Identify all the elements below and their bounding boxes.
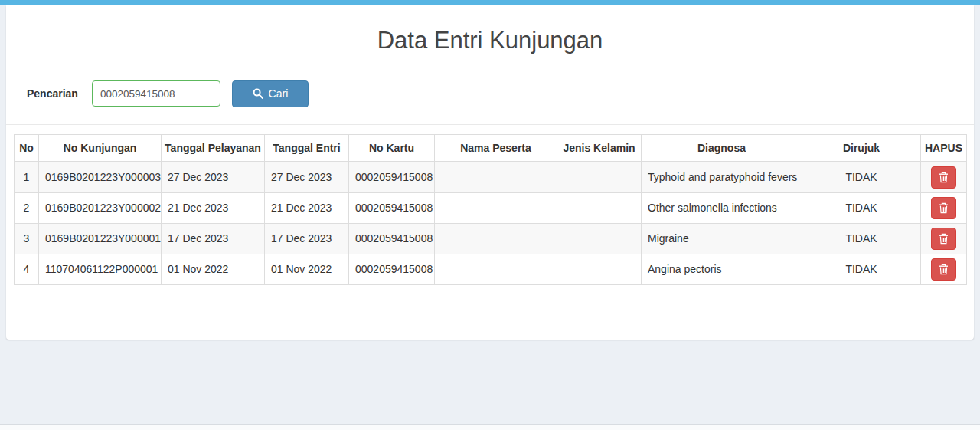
trash-icon <box>939 264 949 275</box>
top-accent-bar <box>0 0 980 5</box>
content-panel: Data Entri Kunjungan Pencarian Cari <box>6 5 974 340</box>
cell-dirujuk: TIDAK <box>802 192 921 223</box>
cell-tanggal-entri: 01 Nov 2022 <box>265 254 349 284</box>
table-row: 3 0169B0201223Y000001 17 Dec 2023 17 Dec… <box>15 223 967 254</box>
cell-no: 4 <box>15 254 39 284</box>
cell-no-kunjungan: 110704061122P000001 <box>39 254 162 284</box>
cell-tanggal-pelayanan: 01 Nov 2022 <box>162 254 265 284</box>
delete-button[interactable] <box>931 197 956 219</box>
cell-hapus <box>921 162 967 193</box>
cell-hapus <box>921 223 967 254</box>
cell-tanggal-pelayanan: 17 Dec 2023 <box>162 223 265 254</box>
column-header-tanggal-pelayanan: Tanggal Pelayanan <box>162 134 265 162</box>
search-input[interactable] <box>92 80 220 107</box>
table-container: No No Kunjungan Tanggal Pelayanan Tangga… <box>6 134 974 285</box>
cell-dirujuk: TIDAK <box>802 162 921 193</box>
section-divider <box>6 124 974 125</box>
cell-nama-peserta <box>435 162 557 193</box>
search-icon <box>253 88 263 99</box>
cell-nama-peserta <box>435 254 557 284</box>
cell-jenis-kelamin <box>557 254 642 284</box>
cell-no: 2 <box>15 192 39 223</box>
cell-tanggal-pelayanan: 21 Dec 2023 <box>162 192 265 223</box>
search-label: Pencarian <box>27 87 78 100</box>
cell-jenis-kelamin <box>557 223 642 254</box>
table-header-row: No No Kunjungan Tanggal Pelayanan Tangga… <box>15 134 967 162</box>
footer-bar <box>0 424 980 430</box>
cell-tanggal-entri: 27 Dec 2023 <box>265 162 349 193</box>
cell-tanggal-entri: 17 Dec 2023 <box>265 223 349 254</box>
table-row: 4 110704061122P000001 01 Nov 2022 01 Nov… <box>15 254 967 284</box>
page-title: Data Entri Kunjungan <box>6 5 974 54</box>
cell-dirujuk: TIDAK <box>802 223 921 254</box>
cell-diagnosa: Other salmonella infections <box>642 192 802 223</box>
delete-button[interactable] <box>931 166 956 189</box>
cell-no-kunjungan: 0169B0201223Y000003 <box>39 162 162 193</box>
cell-no-kartu: 0002059415008 <box>349 254 435 284</box>
cell-hapus <box>921 254 967 284</box>
cell-no: 3 <box>15 223 39 254</box>
cell-diagnosa: Typhoid and paratyphoid fevers <box>642 162 802 193</box>
column-header-no-kartu: No Kartu <box>349 134 435 162</box>
search-row: Pencarian Cari <box>27 80 974 107</box>
cell-no-kunjungan: 0169B0201223Y000001 <box>39 223 162 254</box>
column-header-no-kunjungan: No Kunjungan <box>39 134 162 162</box>
cell-dirujuk: TIDAK <box>802 254 921 284</box>
cell-tanggal-entri: 21 Dec 2023 <box>265 192 349 223</box>
cell-no-kartu: 0002059415008 <box>349 223 435 254</box>
column-header-jenis-kelamin: Jenis Kelamin <box>557 134 642 162</box>
cell-hapus <box>921 192 967 223</box>
cell-jenis-kelamin <box>557 192 642 223</box>
cell-no-kunjungan: 0169B0201223Y000002 <box>39 192 162 223</box>
column-header-dirujuk: Dirujuk <box>802 134 921 162</box>
cell-no: 1 <box>15 162 39 193</box>
visits-table: No No Kunjungan Tanggal Pelayanan Tangga… <box>14 134 967 285</box>
cell-diagnosa: Migraine <box>642 223 802 254</box>
table-row: 1 0169B0201223Y000003 27 Dec 2023 27 Dec… <box>15 162 967 193</box>
cell-jenis-kelamin <box>557 162 642 193</box>
delete-button[interactable] <box>931 228 956 250</box>
trash-icon <box>939 202 949 214</box>
column-header-tanggal-entri: Tanggal Entri <box>265 134 349 162</box>
cell-tanggal-pelayanan: 27 Dec 2023 <box>162 162 265 193</box>
cell-no-kartu: 0002059415008 <box>349 192 435 223</box>
search-button-label: Cari <box>269 87 289 100</box>
column-header-hapus: HAPUS <box>921 134 967 162</box>
column-header-nama-peserta: Nama Peserta <box>435 134 557 162</box>
trash-icon <box>939 233 949 245</box>
column-header-no: No <box>15 134 39 162</box>
column-header-diagnosa: Diagnosa <box>642 134 802 162</box>
trash-icon <box>939 172 949 183</box>
table-row: 2 0169B0201223Y000002 21 Dec 2023 21 Dec… <box>15 192 967 223</box>
cell-nama-peserta <box>435 192 557 223</box>
search-button[interactable]: Cari <box>232 80 309 107</box>
cell-diagnosa: Angina pectoris <box>642 254 802 284</box>
delete-button[interactable] <box>931 258 956 281</box>
cell-nama-peserta <box>435 223 557 254</box>
cell-no-kartu: 0002059415008 <box>349 162 435 193</box>
